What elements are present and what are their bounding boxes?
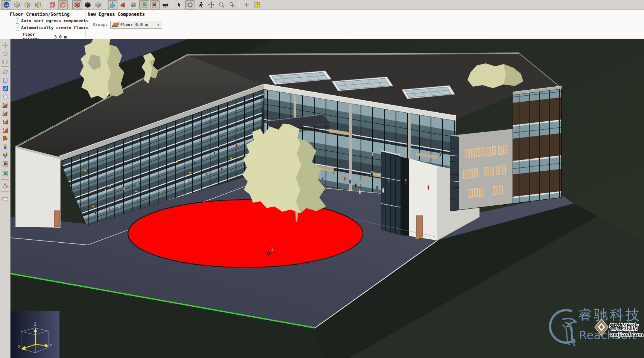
draw-slab-icon xyxy=(2,69,9,75)
floor-creation-panel: Floor Creation/Sorting ✓ Auto sort egres… xyxy=(10,10,85,39)
draw-room-rect-icon xyxy=(2,77,9,84)
egress-zone-red[interactable] xyxy=(128,200,363,268)
exterior-door xyxy=(54,211,60,227)
show-obstructions-icon xyxy=(120,2,126,8)
view-front-button[interactable] xyxy=(23,0,32,9)
ramp-one-point-icon: 1 xyxy=(2,118,9,125)
show-gray-cube-icon xyxy=(95,2,102,8)
make-prism-icon xyxy=(2,93,9,100)
select-cursor-button[interactable] xyxy=(175,0,184,9)
ramp-one-point-button[interactable]: 1 xyxy=(1,118,9,125)
svg-text:2: 2 xyxy=(3,128,5,131)
walk-tool-icon xyxy=(197,2,204,8)
gizmo-z-label: Z xyxy=(34,322,37,327)
watermark-badge-cn: 智淼消防 xyxy=(609,323,638,331)
clip-section-icon xyxy=(109,2,116,8)
zoom-window-tool-button[interactable] xyxy=(227,0,237,9)
view-side-icon xyxy=(35,2,41,8)
draw-room-rect-button[interactable] xyxy=(1,76,9,84)
snap-point-button[interactable] xyxy=(242,0,251,9)
wireframe-cube-button[interactable] xyxy=(47,0,57,9)
watermark-badge-url: zmjiaxf.com xyxy=(611,332,643,337)
zoom-window-tool-icon xyxy=(229,2,236,8)
show-occupants-icon xyxy=(130,2,137,8)
chevron-down-icon[interactable]: ▼ xyxy=(155,21,162,28)
zoom-tool-button[interactable] xyxy=(217,0,227,9)
ribbon-separator xyxy=(85,11,86,37)
toolbar-separator xyxy=(70,1,70,9)
show-obstructions-button[interactable] xyxy=(118,0,128,9)
show-green-doors-icon xyxy=(141,2,148,8)
rotate-object-button[interactable] xyxy=(1,50,9,58)
snap-point-icon xyxy=(243,2,250,8)
sidebar-separator xyxy=(1,66,9,67)
add-door-component-icon xyxy=(2,135,9,142)
ramp-two-point-icon: 2 xyxy=(2,127,9,133)
group-dropdown-value: Floor 0.0 m xyxy=(120,22,155,27)
view-side-button[interactable] xyxy=(33,0,43,9)
shaded-wireframe-cube-button[interactable] xyxy=(58,0,68,9)
toolbar-separator xyxy=(239,1,240,9)
view-top-button[interactable] xyxy=(12,0,22,9)
axis-gizmo[interactable]: Z X Y xyxy=(11,311,59,358)
group-label: Group: xyxy=(93,22,108,27)
gizmo-y-label: Y xyxy=(50,343,52,348)
scene-3d: 1 Z X Y xyxy=(11,39,644,358)
auto-create-floors-checkbox[interactable]: ✓ xyxy=(16,25,19,31)
viewport-3d[interactable]: 1 Z X Y xyxy=(11,39,644,358)
application-window: Floor Creation/Sorting ✓ Auto sort egres… xyxy=(0,0,644,358)
add-occupant-button[interactable] xyxy=(1,142,9,150)
show-red-exits-icon xyxy=(151,2,158,8)
draw-slab-button[interactable] xyxy=(1,68,9,76)
clip-section-button[interactable] xyxy=(108,0,117,9)
add-exit-red-button[interactable] xyxy=(1,160,9,168)
move-floor-button[interactable] xyxy=(1,182,9,190)
mirror-object-button[interactable] xyxy=(1,58,9,66)
measure-ruler-button[interactable] xyxy=(1,194,9,202)
camera-tour-button[interactable] xyxy=(160,0,170,9)
edit-geometry-button[interactable] xyxy=(1,84,9,92)
add-occupant-icon xyxy=(2,143,9,150)
view-front-icon xyxy=(24,2,31,8)
camera-tour-icon xyxy=(162,2,169,8)
orbit-tool-icon xyxy=(187,2,193,8)
orbit-tool-button[interactable] xyxy=(185,0,195,9)
pan-tool-icon xyxy=(208,2,215,8)
stairs-one-point-icon: 1 xyxy=(2,102,9,109)
show-occupants-button[interactable] xyxy=(129,0,139,9)
auto-sort-checkbox[interactable]: ✓ xyxy=(16,18,19,24)
move-object-icon xyxy=(2,42,9,49)
stairs-two-point-button[interactable]: 2 xyxy=(1,109,9,117)
tool-sidebar: 1 2 1 2 xyxy=(0,39,11,358)
ribbon: Floor Creation/Sorting ✓ Auto sort egres… xyxy=(0,10,644,39)
view-top-icon xyxy=(14,2,20,8)
orbit-view-button[interactable] xyxy=(2,0,11,9)
group-dropdown[interactable]: Floor 0.0 m ▼ xyxy=(110,21,162,29)
pan-tool-button[interactable] xyxy=(206,0,216,9)
ramp-two-point-button[interactable]: 2 xyxy=(1,126,9,134)
watermark-company-cn: 睿驰科技 xyxy=(578,307,641,323)
stairs-one-point-button[interactable]: 1 xyxy=(1,101,9,109)
svg-text:1: 1 xyxy=(3,103,5,106)
new-egress-components-panel: New Egress Components Group: Floor 0.0 m… xyxy=(88,10,186,39)
add-exit-green-button[interactable] xyxy=(1,170,9,177)
show-green-doors-button[interactable] xyxy=(139,0,149,9)
make-prism-button[interactable] xyxy=(1,93,9,101)
add-occupant-group-icon xyxy=(2,151,9,158)
svg-text:1: 1 xyxy=(3,119,5,122)
add-occupant-group-button[interactable] xyxy=(1,151,9,159)
add-door-component-button[interactable] xyxy=(1,134,9,142)
wireframe-cube-icon xyxy=(49,2,56,8)
show-dark-cube-button[interactable] xyxy=(83,0,93,9)
mirror-object-icon xyxy=(2,59,9,66)
show-red-exits-button[interactable] xyxy=(150,0,160,9)
walk-tool-button[interactable] xyxy=(196,0,206,9)
measure-ruler-icon xyxy=(2,195,9,202)
floor-panel-title: Floor Creation/Sorting xyxy=(10,12,85,17)
toolbar-separator xyxy=(45,1,46,9)
zoom-fit-button[interactable] xyxy=(252,0,262,9)
add-exit-red-icon xyxy=(2,161,9,167)
move-object-button[interactable] xyxy=(1,41,9,49)
show-gray-cube-button[interactable] xyxy=(93,0,103,9)
hide-object-button[interactable] xyxy=(72,0,82,9)
